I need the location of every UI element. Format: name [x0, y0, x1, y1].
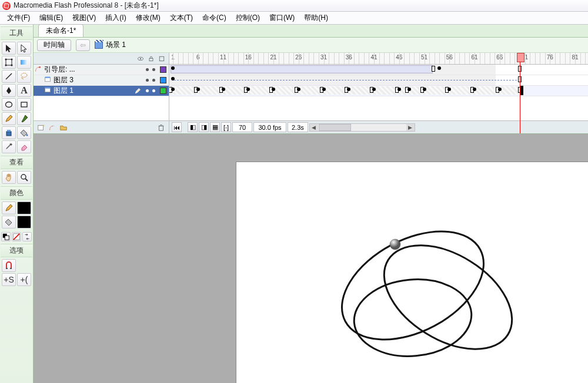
- menu-insert[interactable]: 插入(I): [101, 12, 131, 24]
- paint-bucket-tool[interactable]: [17, 126, 31, 139]
- svg-line-14: [25, 179, 28, 181]
- track-guide[interactable]: [169, 65, 588, 75]
- svg-line-6: [6, 73, 12, 79]
- layer-row-1[interactable]: 图层 1: [34, 86, 169, 96]
- free-transform-tool[interactable]: [2, 56, 16, 69]
- window-title: Macromedia Flash Professional 8 - [未命名-1…: [14, 1, 159, 11]
- tools-panel-title: 工具: [1, 26, 32, 40]
- lock-icon[interactable]: [148, 55, 155, 62]
- text-tool[interactable]: A: [17, 84, 31, 97]
- edit-multiple-frames-button[interactable]: ▦: [210, 122, 220, 132]
- line-tool[interactable]: [2, 70, 16, 83]
- menu-edit[interactable]: 编辑(E): [35, 12, 68, 24]
- lasso-tool[interactable]: [17, 70, 31, 83]
- ink-bottle-tool[interactable]: [2, 126, 16, 139]
- frame-ruler[interactable]: 161116212631364146515661667176818691: [169, 53, 588, 65]
- svg-point-36: [351, 275, 475, 361]
- svg-point-34: [324, 209, 502, 362]
- new-folder-button[interactable]: [59, 123, 68, 132]
- menu-text[interactable]: 文本(T): [165, 12, 198, 24]
- options-panel-title: 选项: [1, 244, 32, 257]
- scene-bar: 时间轴 ⇦ 场景 1: [34, 38, 588, 53]
- hand-tool[interactable]: [2, 171, 16, 184]
- snap-option[interactable]: [2, 259, 16, 272]
- svg-point-25: [39, 66, 41, 68]
- delete-layer-button[interactable]: [156, 123, 166, 132]
- menu-bar: 文件(F) 编辑(E) 视图(V) 插入(I) 修改(M) 文本(T) 命令(C…: [0, 12, 588, 25]
- zoom-tool[interactable]: [17, 171, 31, 184]
- svg-point-1: [5, 59, 7, 61]
- oval-tool[interactable]: [2, 98, 16, 111]
- menu-window[interactable]: 窗口(W): [265, 12, 299, 24]
- scene-breadcrumb[interactable]: 场景 1: [95, 40, 126, 50]
- eyedropper-tool[interactable]: [2, 140, 16, 153]
- layer-name: 图层 3: [52, 75, 143, 85]
- swap-colors-button[interactable]: [22, 232, 32, 241]
- track-layer1[interactable]: [169, 86, 588, 96]
- layers-column: 引导层: ... 图层 3 图层 1: [34, 53, 169, 133]
- brush-tool[interactable]: [17, 112, 31, 125]
- scroll-right-button[interactable]: ▶: [406, 124, 415, 131]
- svg-point-7: [21, 73, 27, 78]
- layers-header: [34, 53, 169, 65]
- eye-icon[interactable]: [137, 55, 144, 62]
- layer-icon: [43, 76, 52, 85]
- gradient-transform-tool[interactable]: [17, 56, 31, 69]
- stroke-color-value[interactable]: [17, 201, 31, 214]
- pen-tool[interactable]: [2, 84, 16, 97]
- onion-skin-outline-button[interactable]: ◨: [199, 122, 209, 132]
- stroke-color-swatch[interactable]: [2, 201, 16, 214]
- back-button[interactable]: ⇦: [76, 39, 90, 51]
- eraser-tool[interactable]: [17, 140, 31, 153]
- view-panel-title: 查看: [1, 156, 32, 169]
- outline-icon[interactable]: [158, 55, 165, 62]
- new-guide-layer-button[interactable]: [48, 123, 57, 132]
- svg-rect-27: [45, 77, 51, 78]
- track-layer3[interactable]: [169, 75, 588, 86]
- svg-point-8: [6, 102, 12, 107]
- current-frame-field[interactable]: 70: [232, 122, 252, 132]
- no-color-button[interactable]: [12, 232, 21, 241]
- layer-row-guide[interactable]: 引导层: ...: [34, 65, 169, 75]
- rectangle-tool[interactable]: [17, 98, 31, 111]
- fps-field[interactable]: 30.0 fps: [253, 122, 286, 132]
- rewind-button[interactable]: ⏮: [172, 122, 182, 132]
- pencil-tool[interactable]: [2, 112, 16, 125]
- document-tab[interactable]: 未命名-1*: [38, 24, 83, 37]
- subselection-tool[interactable]: [17, 42, 31, 55]
- menu-modify[interactable]: 修改(M): [131, 12, 165, 24]
- layer-swatch[interactable]: [160, 77, 166, 83]
- title-bar: Macromedia Flash Professional 8 - [未命名-1…: [0, 0, 588, 12]
- fill-color-swatch[interactable]: [2, 216, 16, 229]
- menu-view[interactable]: 视图(V): [68, 12, 101, 24]
- straighten-option[interactable]: +(: [17, 273, 31, 286]
- menu-help[interactable]: 帮助(H): [299, 12, 333, 24]
- smooth-option[interactable]: +S: [2, 273, 16, 286]
- svg-point-3: [5, 65, 7, 66]
- fill-color-value[interactable]: [17, 216, 31, 229]
- svg-rect-26: [45, 78, 51, 82]
- selection-tool[interactable]: [2, 42, 16, 55]
- layer-row-3[interactable]: 图层 3: [34, 75, 169, 86]
- scroll-left-button[interactable]: ◀: [310, 124, 318, 131]
- menu-file[interactable]: 文件(F): [2, 12, 35, 24]
- new-layer-button[interactable]: [36, 123, 46, 132]
- default-colors-button[interactable]: [1, 232, 11, 241]
- svg-rect-23: [149, 58, 153, 61]
- menu-control[interactable]: 控制(O): [231, 12, 265, 24]
- stage-viewport[interactable]: [34, 134, 588, 383]
- onion-markers-button[interactable]: [·]: [221, 122, 231, 132]
- menu-command[interactable]: 命令(C): [198, 12, 231, 24]
- document-tabs: 未命名-1*: [34, 25, 588, 38]
- timeline-footer: ⏮ ◧ ◨ ▦ [·] 70 30.0 fps 2.3s ◀ ▶: [169, 120, 588, 133]
- layer-swatch[interactable]: [160, 88, 166, 94]
- svg-rect-9: [21, 102, 27, 107]
- timeline-scrollbar[interactable]: ◀ ▶: [309, 123, 415, 132]
- layer-swatch[interactable]: [160, 66, 166, 73]
- frames-area[interactable]: 161116212631364146515661667176818691: [169, 53, 588, 133]
- scroll-thumb[interactable]: [319, 124, 351, 131]
- stage-canvas[interactable]: [236, 162, 588, 383]
- playhead[interactable]: [520, 53, 520, 133]
- onion-skin-button[interactable]: ◧: [188, 122, 198, 132]
- timeline-toggle-button[interactable]: 时间轴: [37, 39, 71, 51]
